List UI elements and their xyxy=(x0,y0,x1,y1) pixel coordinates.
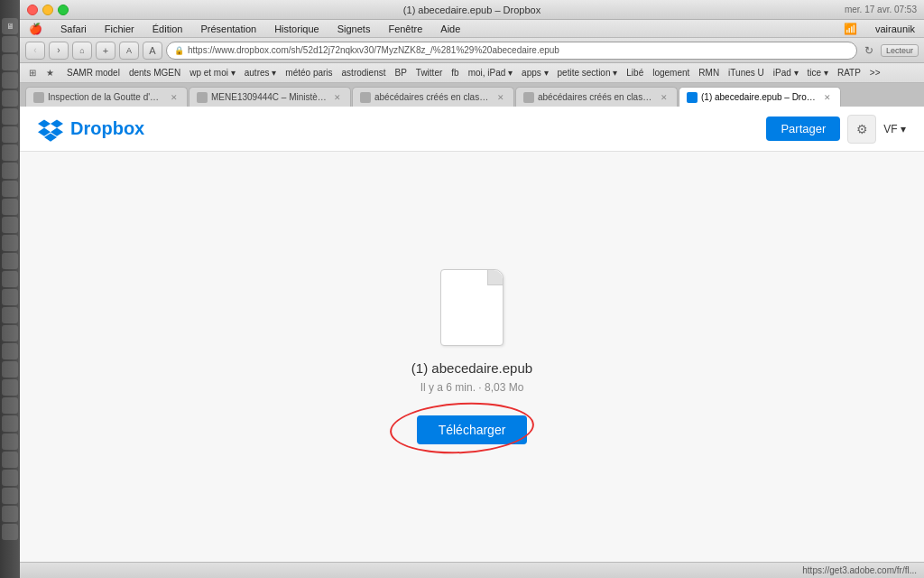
sidebar-icon-13[interactable] xyxy=(2,253,18,269)
sidebar-icon-24[interactable] xyxy=(2,452,18,468)
tab-close-2[interactable]: ✕ xyxy=(495,92,506,103)
tab-label-1: MENE1309444C – Ministère... xyxy=(211,92,328,102)
sidebar-icon-7[interactable] xyxy=(2,144,18,161)
sidebar-icon-14[interactable] xyxy=(2,271,18,287)
wifi-icon: 📶 xyxy=(840,23,861,35)
sidebar-icon-28[interactable] xyxy=(2,524,18,540)
bookmark-bp[interactable]: BP xyxy=(390,65,411,81)
bookmark-samr[interactable]: SAMR model xyxy=(62,65,125,81)
back-button[interactable]: ‹ xyxy=(25,42,45,60)
sidebar-icon-15[interactable] xyxy=(2,289,18,305)
close-button[interactable] xyxy=(27,5,38,15)
settings-button[interactable]: ⚙ xyxy=(847,115,876,144)
sidebar-toggle-icon[interactable]: ⊞ xyxy=(25,66,40,80)
dropbox-header: Dropbox Partager ⚙ VF ▾ xyxy=(20,107,924,152)
sidebar-icon-10[interactable] xyxy=(2,199,18,215)
bookmark-apps[interactable]: apps ▾ xyxy=(517,65,552,81)
sidebar-icon-4[interactable] xyxy=(2,90,18,107)
tab-0[interactable]: Inspection de la Goutte d'Or... ✕ xyxy=(25,87,188,107)
sidebar-icon-11[interactable] xyxy=(2,217,18,233)
address-bar[interactable]: 🔒 https://www.dropbox.com/sh/52d12j72nqk… xyxy=(166,42,857,60)
menu-apple[interactable]: 🍎 xyxy=(25,23,46,35)
tab-label-2: abécédaires créés en classe... xyxy=(374,92,492,102)
bookmark-tice[interactable]: tice ▾ xyxy=(803,65,833,81)
sidebar-icon-9[interactable] xyxy=(2,181,18,197)
sidebar-icon-3[interactable] xyxy=(2,72,18,89)
tab-3[interactable]: abécédaires créés en classe... ✕ xyxy=(515,87,678,107)
sidebar-icon-27[interactable] xyxy=(2,506,18,522)
font-increase-button[interactable]: A xyxy=(143,42,162,60)
maximize-button[interactable] xyxy=(58,5,69,15)
sidebar-icon-21[interactable] xyxy=(2,397,18,414)
bookmark-wp[interactable]: wp et moi ▾ xyxy=(185,65,240,81)
sidebar-icon-20[interactable] xyxy=(2,379,18,396)
tab-2[interactable]: abécédaires créés en classe... ✕ xyxy=(352,87,514,107)
bookmark-dents[interactable]: dents MGEN xyxy=(125,65,185,81)
sidebar-icon-23[interactable] xyxy=(2,434,18,450)
sidebar-icon-1[interactable] xyxy=(2,36,18,52)
home-button[interactable]: ⌂ xyxy=(72,42,92,60)
user-menu-button[interactable]: VF ▾ xyxy=(883,123,906,135)
bookmark-petite[interactable]: petite section ▾ xyxy=(553,65,623,81)
menu-aide[interactable]: Aide xyxy=(437,23,464,34)
bookmark-rmn[interactable]: RMN xyxy=(694,65,724,81)
tab-4[interactable]: (1) abecedaire.epub – Dropbox ✕ xyxy=(679,87,841,107)
download-button[interactable]: Télécharger xyxy=(417,415,528,444)
file-icon xyxy=(440,269,504,346)
sidebar-icon-25[interactable] xyxy=(2,470,18,486)
tab-close-4[interactable]: ✕ xyxy=(822,92,833,103)
sidebar-icon-12[interactable] xyxy=(2,235,18,251)
bookmark-ipad[interactable]: moi, iPad ▾ xyxy=(464,65,517,81)
sidebar-icon-26[interactable] xyxy=(2,488,18,504)
menu-safari[interactable]: Safari xyxy=(57,23,90,34)
user-menu[interactable]: vairaunik xyxy=(872,23,919,34)
bookmark-itunes[interactable]: iTunes U xyxy=(724,65,769,81)
menu-fichier[interactable]: Fichier xyxy=(101,23,138,34)
menu-bar: 🍎 Safari Fichier Édition Présentation Hi… xyxy=(20,20,924,38)
sidebar-icon-5[interactable] xyxy=(2,108,18,125)
address-bar-wrap: 🔒 https://www.dropbox.com/sh/52d12j72nqk… xyxy=(166,42,919,60)
sidebar-icon-finder[interactable]: 🖥 xyxy=(2,18,18,34)
new-tab-button[interactable]: + xyxy=(96,42,116,60)
menu-edition[interactable]: Édition xyxy=(149,23,187,34)
header-actions: Partager ⚙ VF ▾ xyxy=(766,115,906,144)
status-bar: https://get3.adobe.com/fr/fl... xyxy=(20,562,924,578)
bookmark-icons: ⊞ ★ xyxy=(25,66,57,80)
sidebar-icon-22[interactable] xyxy=(2,415,18,432)
bookmark-more[interactable]: >> xyxy=(865,65,885,81)
bookmark-astro[interactable]: astrodienst xyxy=(337,65,391,81)
bookmark-logement[interactable]: logement xyxy=(648,65,694,81)
tab-close-1[interactable]: ✕ xyxy=(332,92,343,103)
tab-close-0[interactable]: ✕ xyxy=(169,92,180,103)
window-title: (1) abecedaire.epub – Dropbox xyxy=(403,5,541,15)
tab-close-3[interactable]: ✕ xyxy=(659,92,670,103)
sidebar-icon-2[interactable] xyxy=(2,54,18,70)
forward-button[interactable]: › xyxy=(49,42,69,60)
bookmark-ipad2[interactable]: iPad ▾ xyxy=(769,65,803,81)
sidebar-icon-17[interactable] xyxy=(2,325,18,341)
tab-label-3: abécédaires créés en classe... xyxy=(538,92,655,102)
menu-presentation[interactable]: Présentation xyxy=(197,23,260,34)
bookmark-autres[interactable]: autres ▾ xyxy=(240,65,282,81)
tab-1[interactable]: MENE1309444C – Ministère... ✕ xyxy=(189,87,351,107)
file-meta: Il y a 6 min. · 8,03 Mo xyxy=(420,381,524,394)
sidebar-icon-18[interactable] xyxy=(2,343,18,359)
sidebar-icon-8[interactable] xyxy=(2,163,18,179)
share-button[interactable]: Partager xyxy=(766,117,840,141)
minimize-button[interactable] xyxy=(42,5,53,15)
reload-button[interactable]: ↻ xyxy=(861,42,877,59)
font-decrease-button[interactable]: A xyxy=(119,42,139,60)
sidebar-icon-16[interactable] xyxy=(2,307,18,323)
menu-historique[interactable]: Historique xyxy=(271,23,323,34)
bookmark-meteo[interactable]: météo paris xyxy=(281,65,337,81)
bookmark-twitter[interactable]: Twitter xyxy=(411,65,447,81)
bookmark-fb[interactable]: fb xyxy=(447,65,463,81)
bookmark-libe[interactable]: Libé xyxy=(622,65,648,81)
bookmark-ratp[interactable]: RATP xyxy=(833,65,865,81)
sidebar-icon-19[interactable] xyxy=(2,361,18,378)
menu-signets[interactable]: Signets xyxy=(334,23,374,34)
reader-button[interactable]: Lecteur xyxy=(881,44,919,57)
bookmark-icon[interactable]: ★ xyxy=(42,66,57,80)
menu-fenetre[interactable]: Fenêtre xyxy=(384,23,426,34)
sidebar-icon-6[interactable] xyxy=(2,126,18,143)
